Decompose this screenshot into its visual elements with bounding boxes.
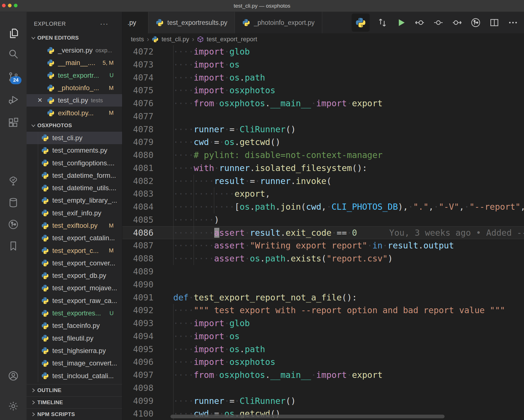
open-editor-row[interactable]: __main__....5, M xyxy=(27,57,122,69)
horizontal-scrollbar[interactable] xyxy=(170,415,445,418)
close-icon[interactable]: ✕ xyxy=(37,97,47,104)
gitlens-graph-icon[interactable] xyxy=(470,17,482,29)
python-file-icon xyxy=(152,36,159,43)
open-editor-row[interactable]: _photoinfo_...M xyxy=(27,82,122,94)
code-line[interactable]: 4088········assert·os.path.exists("repor… xyxy=(122,252,524,265)
bookmarks-icon[interactable] xyxy=(8,240,19,252)
test-explorer-icon[interactable] xyxy=(8,176,19,187)
code-line[interactable]: 4094····import·os xyxy=(122,330,524,343)
code-line[interactable]: 4074····import·os.path xyxy=(122,71,524,84)
code-line[interactable]: 4081····with·runner.isolated_filesystem(… xyxy=(122,162,524,175)
code-line[interactable]: 4095····import·os.path xyxy=(122,343,524,356)
file-row[interactable]: test_faceinfo.py xyxy=(27,319,122,332)
compare-changes-icon[interactable] xyxy=(376,17,388,29)
file-row[interactable]: test_incloud_catali... xyxy=(27,369,122,382)
code-line[interactable]: 4078····runner·=·CliRunner() xyxy=(122,123,524,136)
tab-test-exportresults[interactable]: test_exportresults.py xyxy=(148,12,235,33)
line-number: 4099 xyxy=(122,395,153,408)
file-row[interactable]: test_datetime_utils.... xyxy=(27,182,122,194)
prev-change-icon[interactable] xyxy=(414,17,426,29)
code-editor[interactable]: 4072····import·glob4073····import·os4074… xyxy=(122,45,524,420)
code-line[interactable]: 4085········) xyxy=(122,213,524,226)
open-editor-label: test_cli.py xyxy=(58,96,88,104)
gitlens-icon[interactable] xyxy=(8,219,19,230)
file-row[interactable]: test_export_mojave... xyxy=(27,282,122,294)
python-interpreter-button[interactable] xyxy=(352,14,370,32)
database-icon[interactable] xyxy=(8,197,19,208)
file-row[interactable]: test_datetime_form... xyxy=(27,169,122,182)
code-line[interactable]: 4091def·test_export_report_not_a_file(): xyxy=(122,291,524,304)
explorer-icon[interactable] xyxy=(8,28,19,39)
file-row[interactable]: test_export_c...M xyxy=(27,244,122,257)
code-line[interactable]: 4099····runner·=·CliRunner() xyxy=(122,395,524,408)
zoom-window-button[interactable] xyxy=(14,4,18,7)
outline-section-header[interactable]: OUTLINE xyxy=(27,384,122,396)
open-editor-row[interactable]: _version.pyosxp... xyxy=(27,44,122,57)
code-line[interactable]: 4087········assert·"Writing export repor… xyxy=(122,239,524,252)
open-editor-row[interactable]: test_exportr...U xyxy=(27,69,122,82)
code-line[interactable]: 4092····""" test export with --report op… xyxy=(122,304,524,317)
indent-guide xyxy=(173,382,174,395)
file-row[interactable]: test_exportres...U xyxy=(27,307,122,319)
file-row[interactable]: test_export_catalin... xyxy=(27,232,122,244)
search-icon[interactable] xyxy=(8,48,19,60)
file-row[interactable]: test_export_db.py xyxy=(27,269,122,282)
code-line[interactable]: 4090 xyxy=(122,278,524,291)
breadcrumb-file[interactable]: test_cli.py xyxy=(161,36,189,43)
open-editors-header[interactable]: OPEN EDITORS xyxy=(27,32,122,44)
minimize-window-button[interactable] xyxy=(8,4,12,7)
file-row[interactable]: test_configoptions.... xyxy=(27,157,122,169)
code-line[interactable]: 4073····import·os xyxy=(122,58,524,71)
close-window-button[interactable] xyxy=(2,4,6,7)
file-row[interactable]: test_cli.py xyxy=(27,132,122,144)
file-row[interactable]: test_fileutil.py xyxy=(27,332,122,345)
code-line[interactable]: 4098 xyxy=(122,382,524,395)
file-row[interactable]: test_empty_library_... xyxy=(27,194,122,207)
timeline-section-header[interactable]: TIMELINE xyxy=(27,396,122,408)
run-file-icon[interactable] xyxy=(395,17,407,29)
tab-photoinfo-export[interactable]: _photoinfo_export.py xyxy=(235,12,322,33)
file-row[interactable]: test_export_raw_ca... xyxy=(27,295,122,307)
code-line[interactable]: 4096····import·osxphotos xyxy=(122,356,524,369)
code-line[interactable]: 4083············export, xyxy=(122,187,524,200)
code-line[interactable]: 4086········assert·result.exit_code·==·0… xyxy=(122,226,524,239)
code-line[interactable]: 4082········result·=·runner.invoke( xyxy=(122,175,524,188)
sidebar-more-actions-icon[interactable]: ··· xyxy=(100,20,109,28)
code-line[interactable]: 4084············[os.path.join(cwd,·CLI_P… xyxy=(122,200,524,213)
code-line[interactable]: 4077 xyxy=(122,110,524,123)
breadcrumb-symbol[interactable]: test_export_report xyxy=(207,36,257,43)
code-line[interactable]: 4079····cwd·=·os.getcwd() xyxy=(122,136,524,149)
npm-scripts-section-header[interactable]: NPM SCRIPTS xyxy=(27,408,122,420)
code-line[interactable]: 4097····from·osxphotos.__main__·import·e… xyxy=(122,369,524,382)
file-row[interactable]: test_comments.py xyxy=(27,144,122,157)
more-actions-icon[interactable] xyxy=(507,17,519,29)
code-line[interactable]: 4072····import·glob xyxy=(122,45,524,58)
file-row[interactable]: test_export_conver... xyxy=(27,257,122,269)
file-row[interactable]: test_exiftool.pyM xyxy=(27,219,122,232)
code-line[interactable]: 4076····from·osxphotos.__main__·import·e… xyxy=(122,97,524,110)
split-editor-icon[interactable] xyxy=(488,17,500,29)
extensions-icon[interactable] xyxy=(8,117,19,128)
open-editor-row[interactable]: ✕test_cli.pytests xyxy=(27,94,122,107)
code-line[interactable]: 4080····# pylint: disable=not-context-ma… xyxy=(122,149,524,162)
project-section-header[interactable]: OSXPHOTOS xyxy=(27,119,122,132)
code-line[interactable]: 4089 xyxy=(122,265,524,278)
run-debug-icon[interactable] xyxy=(8,94,19,105)
settings-gear-icon[interactable] xyxy=(8,400,19,412)
next-change-icon[interactable] xyxy=(451,17,463,29)
git-status-badge: 5, M xyxy=(103,60,114,66)
file-row[interactable]: test_image_convert... xyxy=(27,357,122,369)
file-row[interactable]: test_highsierra.py xyxy=(27,345,122,357)
open-editor-row[interactable]: exiftool.py...M xyxy=(27,107,122,119)
code-line[interactable]: 4093····import·glob xyxy=(122,317,524,330)
file-label: test_highsierra.py xyxy=(52,347,106,355)
breadcrumb-folder[interactable]: tests xyxy=(131,36,144,43)
line-number: 4072 xyxy=(122,45,153,58)
current-change-icon[interactable] xyxy=(432,17,444,29)
account-icon[interactable] xyxy=(8,370,19,382)
open-editor-suffix: osxp... xyxy=(96,47,112,54)
code-line[interactable]: 4075····import·osxphotos xyxy=(122,84,524,97)
tab-test-cli[interactable]: .py xyxy=(122,12,148,33)
file-row[interactable]: test_exif_info.py xyxy=(27,207,122,219)
python-file-icon xyxy=(41,184,49,192)
